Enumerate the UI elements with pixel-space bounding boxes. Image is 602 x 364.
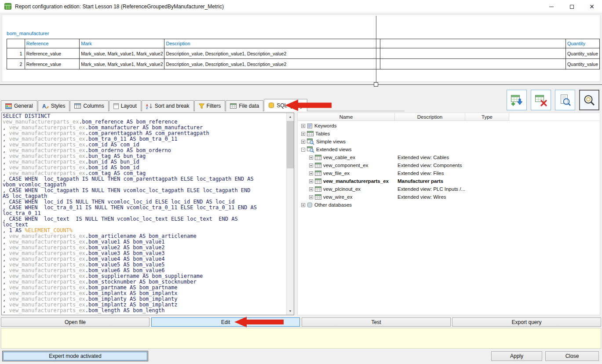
annotation-arrow-edit-button: [234, 317, 284, 328]
tree-item-vew-wire-ex[interactable]: + vew_wire_ex Extended view: Wires: [298, 193, 600, 201]
expander-icon[interactable]: +: [309, 156, 313, 160]
tree-item-description: Extended view: Files: [398, 171, 444, 176]
spare-cell: [380, 48, 566, 59]
preview-col-mark: Mark: [80, 39, 164, 48]
zoom-button[interactable]: [579, 90, 599, 110]
table-icon: [315, 171, 321, 176]
tab-layout[interactable]: Layout: [109, 100, 141, 111]
table-delete-icon: [535, 94, 547, 106]
expander-icon[interactable]: +: [301, 140, 305, 144]
boundary-drag-handle[interactable]: [374, 82, 378, 87]
expander-icon[interactable]: -: [301, 148, 305, 152]
table-icon: [315, 194, 321, 200]
table-import-button[interactable]: [507, 90, 527, 110]
apply-button[interactable]: Apply: [491, 351, 542, 361]
sql-editor[interactable]: SELECT DISTINCTvew_manufacturerparts_ex.…: [1, 113, 294, 315]
sql-editor-scrollbar[interactable]: ▲ ▼: [286, 113, 294, 315]
column-header-name[interactable]: Name: [298, 113, 395, 121]
scroll-up-icon[interactable]: ▲: [287, 113, 294, 120]
db-icon: [307, 202, 313, 208]
tree-item-vew-plcinout-ex[interactable]: + vew_plcinout_ex Extended view: PLC Inp…: [298, 185, 600, 193]
tab-label: General: [14, 103, 33, 109]
scroll-down-icon[interactable]: ▼: [287, 307, 294, 315]
preview-button[interactable]: [555, 90, 575, 110]
minimize-button[interactable]: [541, 0, 562, 13]
tab-file-data[interactable]: File data: [226, 100, 263, 111]
columns-icon: [74, 103, 81, 109]
tree-item-extended-views[interactable]: - Extended views: [298, 146, 600, 153]
expander-icon[interactable]: +: [309, 164, 313, 167]
preview-header-row: Reference Mark Description Quantity: [7, 39, 600, 48]
view-icon: [307, 146, 314, 153]
page-boundary-line: [376, 16, 376, 85]
tree-item-tables[interactable]: + Tables: [298, 130, 600, 138]
preview-icon: [559, 94, 571, 106]
row-number-cell: 1: [7, 48, 25, 59]
expander-icon[interactable]: +: [309, 187, 313, 191]
open-file-button[interactable]: Open file: [1, 317, 150, 327]
window-controls: ×: [541, 0, 602, 13]
tree-item-description: Extended view: Components: [398, 163, 462, 168]
tab-label: File data: [239, 103, 259, 109]
tab-sort-and-break[interactable]: AZ Sort and break: [142, 100, 194, 111]
tree-body: + Keywords + Tables + Simple views - Ext…: [298, 121, 600, 209]
tree-item-description: Manufacturer parts: [398, 178, 443, 184]
tree-item-keywords[interactable]: + Keywords: [298, 122, 600, 130]
tab-styles[interactable]: A Styles: [38, 100, 70, 111]
styles-icon: A: [42, 103, 49, 109]
column-header-description[interactable]: Description: [395, 113, 465, 121]
expert-mode-button[interactable]: Expert mode activated: [3, 352, 147, 360]
tree-item-label: Simple views: [316, 139, 346, 144]
preview-table[interactable]: Reference Mark Description Quantity 1 Re…: [7, 39, 600, 69]
tree-item-label: vew_plcinout_ex: [323, 186, 361, 192]
export-query-button[interactable]: Export query: [452, 317, 601, 327]
tree-item-label: Extended views: [316, 147, 352, 152]
table-icon: [315, 186, 321, 192]
close-button[interactable]: Close: [545, 351, 599, 361]
tree-item-vew-component-ex[interactable]: + vew_component_ex Extended view: Compon…: [298, 161, 600, 169]
tree-item-label: vew_manufacturerparts_ex: [323, 178, 389, 184]
quantity-cell: Quantity_value: [566, 48, 599, 59]
description-cell: Description_value, Description_value1, D…: [164, 59, 380, 69]
expander-icon[interactable]: +: [301, 203, 305, 207]
tree-item-vew-cable-ex[interactable]: + vew_cable_ex Extended view: Cables: [298, 153, 600, 161]
tab-label: Layout: [121, 103, 137, 109]
tree-header: Name Description Type: [298, 113, 600, 121]
sql-text[interactable]: SELECT DISTINCTvew_manufacturerparts_ex.…: [2, 113, 286, 315]
table-delete-button[interactable]: [531, 90, 551, 110]
svg-text:A: A: [42, 103, 46, 109]
keywords-icon: [307, 123, 313, 129]
close-window-button[interactable]: ×: [582, 0, 602, 13]
tree-item-description: Extended view: Wires: [398, 194, 446, 200]
tab-columns[interactable]: Columns: [70, 100, 108, 111]
tree-item-simple-views[interactable]: + Simple views: [298, 138, 600, 146]
scrollbar-thumb[interactable]: [287, 121, 294, 168]
tab-label: Sort and break: [155, 103, 190, 109]
maximize-button[interactable]: [562, 0, 582, 13]
tab-filters[interactable]: Filters: [194, 100, 226, 111]
tab-bar: General A Styles Columns Layout AZ Sort …: [1, 99, 308, 111]
expander-icon[interactable]: +: [309, 195, 313, 199]
tree-item-description: Extended view: Cables: [398, 155, 449, 160]
tree-item-vew-file-ex[interactable]: + vew_file_ex Extended view: Files: [298, 169, 600, 177]
tree-item-other-databases[interactable]: + Other databases: [298, 201, 600, 209]
tree-item-description: Extended view: PLC Inputs /...: [398, 186, 465, 192]
column-header-filler: [509, 113, 600, 121]
table-icon: [315, 178, 321, 184]
expander-icon[interactable]: +: [309, 179, 313, 183]
sort-icon: AZ: [146, 103, 153, 109]
mark-cell: Mark_value, Mark_value1, Mark_value2: [80, 59, 164, 69]
zoom-icon: [583, 94, 596, 107]
test-button[interactable]: Test: [302, 317, 451, 327]
tab-general[interactable]: General: [1, 100, 37, 111]
expander-icon[interactable]: +: [309, 171, 313, 175]
tab-label: Filters: [207, 103, 221, 109]
window-title: Report configuration edition: Start Less…: [15, 4, 224, 10]
tree-item-label: Other databases: [314, 202, 352, 207]
layout-icon: [113, 103, 119, 109]
tree-item-label: vew_component_ex: [323, 163, 368, 168]
expander-icon[interactable]: +: [301, 132, 305, 136]
expander-icon[interactable]: +: [301, 124, 305, 128]
tree-item-vew-manufacturerparts-ex[interactable]: + vew_manufacturerparts_ex Manufacturer …: [298, 177, 600, 185]
column-header-type[interactable]: Type: [465, 113, 509, 121]
